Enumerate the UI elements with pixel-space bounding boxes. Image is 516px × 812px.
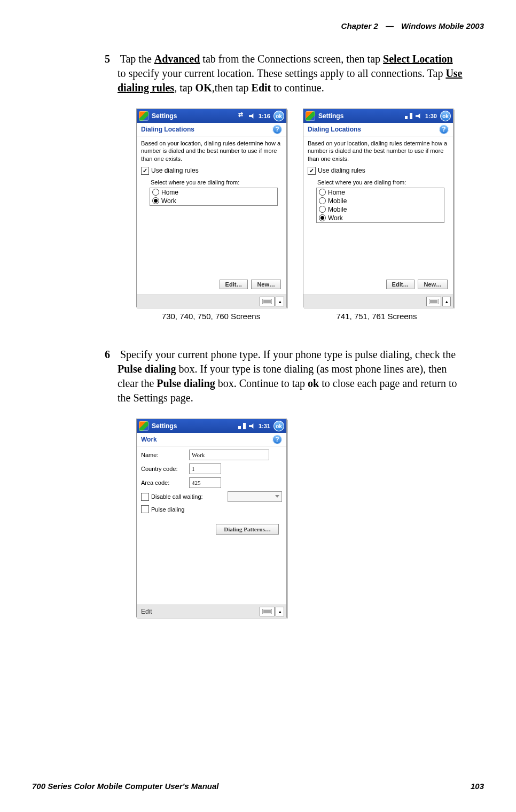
pulse-dialing-label: Pulse dialing: [151, 506, 184, 513]
checkbox-label: Use dialing rules: [318, 167, 365, 174]
taskbar: Settings 1:16 ok: [137, 109, 286, 123]
screenshot-work-location: Settings 1:31 ok Work ? Name: Country: [136, 419, 287, 617]
disable-call-waiting-label: Disable call waiting:: [151, 493, 225, 500]
location-listbox[interactable]: HomeWork: [150, 188, 278, 206]
country-code-input[interactable]: [189, 463, 221, 474]
radio-icon: [319, 214, 326, 221]
checkbox-icon: ✓: [141, 167, 149, 175]
panel-title-row: Work ?: [137, 433, 286, 446]
name-input[interactable]: [189, 450, 269, 460]
pulse-dialing-checkbox[interactable]: [141, 505, 149, 513]
description-text: Based on your location, dialing rules de…: [308, 140, 449, 163]
sip-menu-icon[interactable]: ▴: [442, 297, 451, 306]
location-option[interactable]: Work: [150, 197, 277, 205]
help-icon[interactable]: ?: [272, 125, 282, 134]
footer-page-number: 103: [471, 782, 484, 791]
screenshot-dialing-locations-1: Settings 1:16 ok Dialing Locations ? Bas…: [136, 109, 287, 307]
start-flag-icon[interactable]: [139, 111, 148, 121]
taskbar-title: Settings: [318, 112, 405, 120]
panel-title: Dialing Locations: [308, 126, 361, 133]
step-5-number: 5: [105, 52, 118, 66]
description-text: Based on your location, dialing rules de…: [141, 140, 282, 163]
radio-icon: [319, 206, 326, 213]
location-option[interactable]: Home: [317, 188, 444, 197]
disable-call-waiting-checkbox[interactable]: [141, 493, 149, 501]
radio-icon: [152, 189, 159, 196]
page-footer: 700 Series Color Mobile Computer User's …: [32, 782, 484, 791]
area-code-input[interactable]: [189, 477, 221, 488]
step-6-text: 6 Specify your current phone type. If yo…: [118, 347, 463, 405]
select-from-label: Select where you are dialing from:: [317, 179, 449, 185]
use-dialing-rules-checkbox[interactable]: ✓ Use dialing rules: [141, 167, 282, 175]
clock-text: 1:16: [259, 113, 270, 119]
volume-icon[interactable]: [249, 423, 255, 429]
panel-title-row: Dialing Locations ?: [303, 123, 453, 136]
header-chapter: Chapter 2: [341, 21, 378, 30]
option-label: Home: [328, 189, 345, 196]
ok-button[interactable]: ok: [273, 421, 284, 431]
radio-icon: [152, 197, 159, 204]
caption-right: 741, 751, 761 Screens: [302, 312, 451, 321]
start-flag-icon[interactable]: [139, 421, 148, 431]
option-label: Work: [328, 214, 343, 222]
edit-button[interactable]: Edit…: [220, 280, 248, 289]
location-option[interactable]: Mobile: [317, 197, 444, 205]
panel-title-row: Dialing Locations ?: [137, 123, 286, 136]
connectivity-icon[interactable]: [238, 113, 246, 119]
name-label: Name:: [141, 452, 185, 458]
taskbar: Settings 1:30 ok: [303, 109, 453, 123]
option-label: Work: [161, 197, 176, 205]
radio-icon: [319, 189, 326, 196]
radio-icon: [319, 197, 326, 204]
bottom-tab-edit[interactable]: Edit: [141, 608, 152, 615]
sip-keyboard-icon[interactable]: [426, 297, 441, 306]
clock-text: 1:31: [259, 423, 270, 429]
use-dialing-rules-checkbox[interactable]: ✓ Use dialing rules: [308, 167, 449, 175]
signal-icon[interactable]: [405, 113, 412, 119]
sip-menu-icon[interactable]: ▴: [276, 607, 284, 616]
location-option[interactable]: Home: [150, 188, 277, 197]
location-option[interactable]: Work: [317, 214, 444, 222]
clock-text: 1:30: [425, 113, 437, 119]
screenshot-dialing-locations-2: Settings 1:30 ok Dialing Locations ? Bas…: [303, 109, 454, 307]
page-header: Chapter 2 — Windows Mobile 2003: [32, 21, 484, 30]
panel-title: Work: [141, 436, 157, 443]
option-label: Mobile: [328, 206, 347, 213]
area-code-label: Area code:: [141, 480, 185, 486]
volume-icon[interactable]: [249, 113, 255, 119]
checkbox-label: Use dialing rules: [151, 167, 199, 174]
edit-button[interactable]: Edit…: [386, 280, 415, 289]
ok-button[interactable]: ok: [273, 111, 284, 121]
taskbar-title: Settings: [152, 422, 238, 430]
new-button[interactable]: New…: [251, 280, 281, 289]
start-flag-icon[interactable]: [306, 111, 315, 121]
taskbar: Settings 1:31 ok: [137, 419, 286, 433]
header-dash: —: [386, 21, 394, 30]
location-option[interactable]: Mobile: [317, 205, 444, 214]
call-waiting-combo[interactable]: [228, 491, 282, 502]
dialing-patterns-button[interactable]: Dialing Patterns…: [216, 524, 279, 535]
select-from-label: Select where you are dialing from:: [151, 179, 282, 185]
header-title: Windows Mobile 2003: [401, 21, 484, 30]
taskbar-title: Settings: [152, 112, 238, 120]
checkbox-icon: ✓: [308, 167, 316, 175]
footer-manual-title: 700 Series Color Mobile Computer User's …: [32, 782, 219, 791]
option-label: Mobile: [328, 197, 347, 205]
help-icon[interactable]: ?: [439, 125, 449, 134]
volume-icon[interactable]: [416, 113, 422, 119]
ok-button[interactable]: ok: [440, 111, 451, 121]
signal-icon[interactable]: [238, 423, 246, 429]
option-label: Home: [161, 189, 178, 196]
help-icon[interactable]: ?: [272, 435, 282, 444]
sip-menu-icon[interactable]: ▴: [276, 297, 284, 306]
caption-left: 730, 740, 750, 760 Screens: [136, 312, 286, 321]
step-5-text: 5 Tap the Advanced tab from the Connecti…: [118, 52, 463, 95]
step-6-number: 6: [105, 347, 118, 362]
location-listbox[interactable]: HomeMobileMobileWork: [316, 188, 444, 223]
new-button[interactable]: New…: [418, 280, 448, 289]
sip-keyboard-icon[interactable]: [260, 297, 275, 306]
sip-keyboard-icon[interactable]: [260, 607, 275, 616]
panel-title: Dialing Locations: [141, 126, 194, 133]
country-code-label: Country code:: [141, 466, 185, 472]
